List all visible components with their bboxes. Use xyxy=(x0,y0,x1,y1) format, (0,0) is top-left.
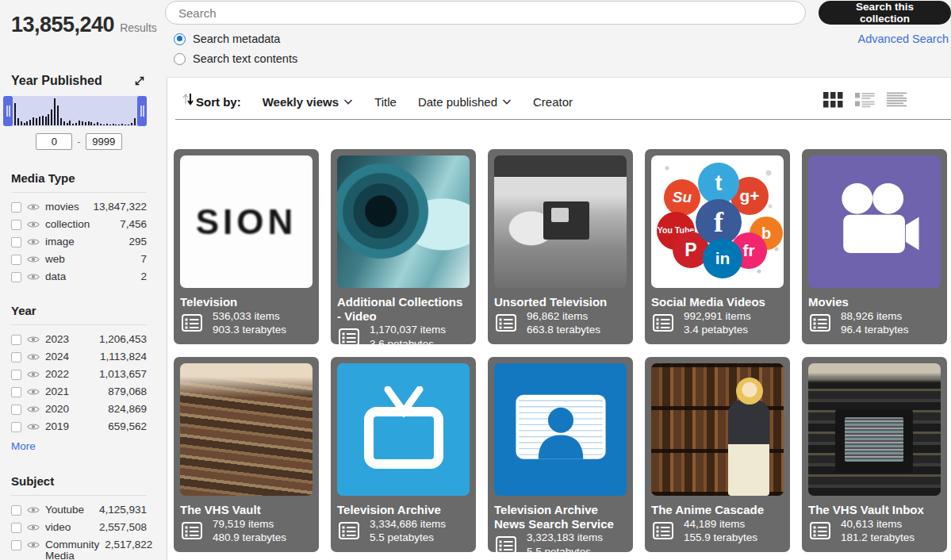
facet-checkbox[interactable] xyxy=(11,237,21,247)
facet-checkbox[interactable] xyxy=(11,540,21,550)
eye-icon[interactable] xyxy=(27,335,40,344)
grid-view-icon[interactable] xyxy=(823,92,843,108)
sort-option-label: Title xyxy=(374,95,397,109)
search-collection-button[interactable]: Search this collection xyxy=(819,1,951,25)
item-list-icon xyxy=(653,522,673,539)
collection-thumbnail xyxy=(337,363,470,496)
collection-thumbnail xyxy=(808,363,941,496)
advanced-search-link[interactable]: Advanced Search xyxy=(858,33,949,45)
facet-label[interactable]: 2023 xyxy=(45,334,69,345)
eye-icon[interactable] xyxy=(27,352,40,362)
facet-label[interactable]: image xyxy=(45,236,75,247)
eye-icon[interactable] xyxy=(27,272,40,282)
facet-checkbox[interactable] xyxy=(11,387,21,397)
facet-checkbox[interactable] xyxy=(11,523,21,533)
facet-title-year: Year xyxy=(11,304,147,317)
histogram-left-handle[interactable] xyxy=(3,96,13,126)
sort-option-date-published[interactable]: Date published xyxy=(418,95,512,109)
facet-row-2024: 2024 1,113,824 xyxy=(11,351,147,362)
collection-thumbnail xyxy=(494,155,627,288)
sort-option-title[interactable]: Title xyxy=(374,95,397,109)
item-list-icon xyxy=(182,314,202,332)
year-max-input[interactable] xyxy=(86,133,122,150)
facet-count: 7,456 xyxy=(120,219,147,230)
radio-unselected-icon xyxy=(174,53,186,65)
facet-checkbox[interactable] xyxy=(11,422,21,432)
eye-icon[interactable] xyxy=(27,237,40,247)
sort-direction-icon[interactable] xyxy=(182,90,194,111)
facet-label[interactable]: Youtube xyxy=(45,504,84,516)
facet-label[interactable]: 2019 xyxy=(45,421,69,432)
collection-size: 155.9 terabytes xyxy=(684,531,757,545)
year-min-input[interactable] xyxy=(36,133,72,150)
facet-label[interactable]: movies xyxy=(45,201,79,213)
thumbnail-text: SION xyxy=(196,202,297,242)
eye-icon[interactable] xyxy=(27,405,40,414)
compact-view-icon[interactable] xyxy=(887,92,907,108)
collection-card-movies[interactable]: Movies 88,926 items 96.4 terabytes xyxy=(802,149,947,344)
more-years-link[interactable]: More xyxy=(11,440,36,452)
search-input[interactable] xyxy=(165,1,806,25)
collection-item-count: 536,033 items xyxy=(213,309,286,324)
search-metadata-radio[interactable]: Search metadata xyxy=(174,33,280,45)
collection-card-the-vhs-vault[interactable]: The VHS Vault 79,519 items 480.9 terabyt… xyxy=(174,357,319,552)
facet-checkbox[interactable] xyxy=(11,202,21,213)
sort-option-weekly-views[interactable]: Weekly views xyxy=(263,95,353,109)
radio-label: Search text contents xyxy=(193,52,297,65)
facet-checkbox[interactable] xyxy=(11,505,21,516)
facet-title-media-type: Media Type xyxy=(11,171,147,185)
sort-option-creator[interactable]: Creator xyxy=(533,95,573,109)
collection-card-television-archive[interactable]: Television Archive 3,334,686 items 5.5 p… xyxy=(331,357,476,552)
eye-icon[interactable] xyxy=(27,220,40,229)
facet-label[interactable]: collection xyxy=(45,219,90,230)
facet-label[interactable]: data xyxy=(45,271,66,282)
sort-option-label: Creator xyxy=(533,95,573,109)
collection-item-count: 96,862 items xyxy=(527,309,600,324)
collection-item-count: 44,189 items xyxy=(684,517,757,531)
collection-card-additional-collections-video[interactable]: Additional Collections - Video 1,170,037… xyxy=(331,149,476,344)
facet-checkbox[interactable] xyxy=(11,370,21,380)
facet-label[interactable]: 2021 xyxy=(45,386,69,397)
collection-card-television[interactable]: SION Television 536,033 items 903.3 tera… xyxy=(174,149,319,344)
facet-label[interactable]: video xyxy=(45,522,71,533)
eye-icon[interactable] xyxy=(27,505,40,515)
histogram-right-handle[interactable] xyxy=(137,96,147,126)
eye-icon[interactable] xyxy=(27,387,40,397)
collection-card-the-anime-cascade[interactable]: The Anime Cascade 44,189 items 155.9 ter… xyxy=(645,357,790,552)
facet-label[interactable]: web xyxy=(45,254,65,265)
facet-checkbox[interactable] xyxy=(11,220,21,230)
eye-icon[interactable] xyxy=(27,540,40,550)
facet-label[interactable]: 2022 xyxy=(45,369,69,380)
facet-count: 2,517,822 xyxy=(105,539,152,550)
collection-card-social-media-videos[interactable]: Su t g+ You Tube f b P in fr Social Medi… xyxy=(645,149,790,344)
facet-count: 659,562 xyxy=(108,421,147,432)
collection-card-television-archive-news-search-service[interactable]: Television Archive News Search Service 3… xyxy=(488,357,633,552)
eye-icon[interactable] xyxy=(27,370,40,379)
facet-checkbox[interactable] xyxy=(11,272,21,282)
results-panel: Sort by: Weekly views Title Date publish… xyxy=(167,77,951,560)
facet-label[interactable]: 2020 xyxy=(45,404,69,415)
facet-row-2020: 2020 824,869 xyxy=(11,404,147,415)
facet-checkbox[interactable] xyxy=(11,255,21,265)
search-text-contents-radio[interactable]: Search text contents xyxy=(174,52,297,65)
chevron-down-icon xyxy=(502,99,512,105)
eye-icon[interactable] xyxy=(27,202,40,212)
collection-title: Television Archive News Search Service xyxy=(494,503,627,531)
list-view-icon[interactable] xyxy=(855,92,875,108)
facet-checkbox[interactable] xyxy=(11,335,21,345)
eye-icon[interactable] xyxy=(27,422,40,432)
collection-card-the-vhs-vault-inbox[interactable]: The VHS Vault Inbox 40,613 items 181.2 t… xyxy=(802,357,947,552)
eye-icon[interactable] xyxy=(27,523,40,532)
eye-icon[interactable] xyxy=(27,255,40,264)
facet-label[interactable]: Community Media xyxy=(45,539,99,560)
expand-icon[interactable] xyxy=(132,74,147,88)
facet-count: 824,869 xyxy=(108,404,147,415)
facet-checkbox[interactable] xyxy=(11,352,21,362)
sort-by-label: Sort by: xyxy=(196,95,241,109)
collection-thumbnail xyxy=(337,155,470,288)
item-list-icon xyxy=(810,314,830,332)
facet-label[interactable]: 2024 xyxy=(45,351,69,362)
year-histogram[interactable] xyxy=(3,96,147,126)
collection-card-unsorted-television[interactable]: Unsorted Television 96,862 items 663.8 t… xyxy=(488,149,633,344)
facet-checkbox[interactable] xyxy=(11,405,21,415)
